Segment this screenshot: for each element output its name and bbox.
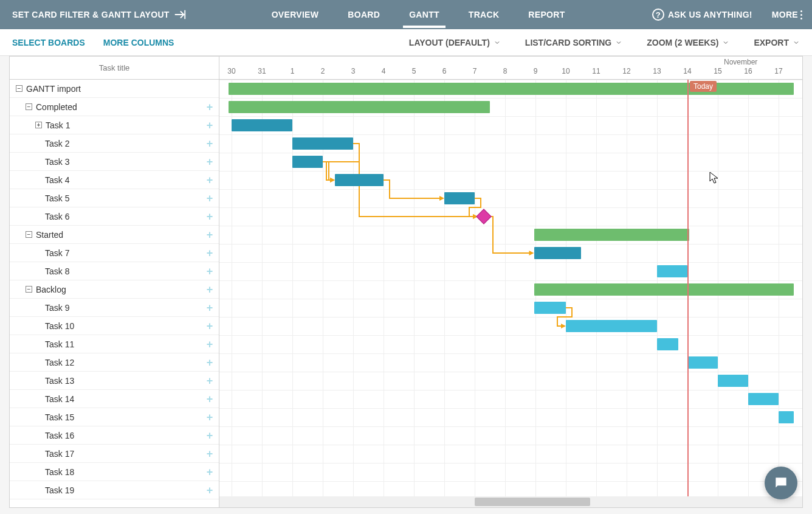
add-task-button[interactable]: + [204, 229, 215, 240]
gantt-task-bar[interactable] [657, 265, 687, 277]
task-label: Started [36, 230, 63, 240]
task-row[interactable]: −Backlog+ [10, 280, 219, 299]
gantt-task-bar[interactable] [335, 174, 384, 186]
add-task-button[interactable]: + [204, 102, 215, 113]
day-header: 3 [338, 67, 368, 75]
task-row[interactable]: Task 2+ [10, 134, 219, 153]
gantt-grid[interactable]: Today [219, 80, 802, 496]
collapse-icon[interactable]: − [16, 85, 22, 92]
add-task-button[interactable]: + [204, 284, 215, 295]
task-row[interactable]: Task 16+ [10, 426, 219, 445]
gantt-milestone[interactable] [476, 209, 491, 224]
task-row[interactable]: Task 12+ [10, 353, 219, 372]
gantt-task-bar[interactable] [687, 356, 718, 369]
add-task-button[interactable]: + [204, 467, 215, 478]
gantt-task-bar[interactable] [657, 338, 678, 350]
day-header: 17 [763, 67, 794, 75]
gantt-task-bar[interactable] [748, 393, 779, 405]
gantt-task-bar[interactable] [292, 137, 353, 150]
timeline-pane[interactable]: November 30311234567891011121314151617 T… [219, 57, 802, 507]
gantt-task-bar[interactable] [779, 411, 794, 423]
task-row[interactable]: Task 8+ [10, 262, 219, 280]
day-header: 30 [219, 67, 247, 75]
tab-overview[interactable]: OVERVIEW [272, 1, 319, 28]
collapse-icon[interactable]: − [26, 286, 32, 293]
gantt-task-bar[interactable] [444, 192, 475, 204]
task-row[interactable]: Task 14+ [10, 390, 219, 408]
gantt-task-bar[interactable] [534, 302, 566, 314]
tab-gantt[interactable]: GANTT [409, 1, 439, 28]
gantt-task-bar[interactable] [232, 119, 292, 131]
add-task-button[interactable]: + [204, 175, 215, 186]
layout-dropdown[interactable]: LAYOUT (DEFAULT) [409, 38, 501, 47]
gantt-task-bar[interactable] [292, 156, 323, 168]
scrollbar-thumb[interactable] [475, 498, 590, 506]
more-menu-button[interactable]: MORE [762, 10, 812, 19]
add-task-button[interactable]: + [204, 211, 215, 222]
add-task-button[interactable]: + [204, 138, 215, 149]
task-row[interactable]: −Completed+ [10, 98, 219, 116]
task-row[interactable]: Task 18+ [10, 463, 219, 481]
chat-widget-button[interactable] [765, 467, 797, 499]
task-row[interactable]: −GANTT import [10, 80, 219, 98]
gantt-group-bar[interactable] [534, 229, 689, 241]
add-task-button[interactable]: + [204, 193, 215, 204]
gantt-group-bar[interactable] [534, 283, 794, 296]
add-task-button[interactable]: + [204, 357, 215, 368]
add-task-button[interactable]: + [204, 339, 215, 350]
task-row[interactable]: −Started+ [10, 226, 219, 244]
add-task-button[interactable]: + [204, 248, 215, 259]
gantt-task-bar[interactable] [534, 247, 582, 259]
horizontal-scrollbar[interactable] [219, 496, 802, 507]
collapse-icon[interactable]: − [26, 103, 32, 110]
task-row[interactable]: Task 4+ [10, 171, 219, 189]
zoom-dropdown[interactable]: ZOOM (2 WEEKS) [647, 38, 729, 47]
task-row[interactable]: Task 5+ [10, 189, 219, 207]
task-row[interactable]: Task 19+ [10, 481, 219, 499]
export-dropdown[interactable]: EXPORT [754, 38, 800, 47]
tab-track[interactable]: TRACK [469, 1, 500, 28]
add-task-button[interactable]: + [204, 430, 215, 441]
day-header: 10 [551, 67, 581, 75]
task-row[interactable]: Task 11+ [10, 335, 219, 353]
ask-us-button[interactable]: ? ASK US ANYTHING! [642, 9, 762, 21]
add-task-button[interactable]: + [204, 266, 215, 277]
tab-board[interactable]: BOARD [348, 1, 380, 28]
task-row[interactable]: Task 6+ [10, 207, 219, 226]
collapse-icon[interactable]: − [26, 231, 32, 238]
task-row[interactable]: Task 15+ [10, 408, 219, 426]
task-label: Task 6 [45, 212, 69, 221]
task-row[interactable]: Task 7+ [10, 244, 219, 262]
expand-icon[interactable]: + [35, 122, 42, 128]
timeline-header: November 30311234567891011121314151617 [219, 57, 802, 80]
set-filter-button[interactable]: SET CARD FILTER & GANTT LAYOUT [0, 8, 199, 21]
tab-report[interactable]: REPORT [528, 1, 565, 28]
task-row[interactable]: Task 13+ [10, 372, 219, 390]
day-header: 4 [368, 67, 399, 75]
sorting-dropdown[interactable]: LIST/CARD SORTING [525, 38, 622, 47]
add-task-button[interactable]: + [204, 156, 215, 167]
task-row[interactable]: Task 17+ [10, 445, 219, 463]
add-task-button[interactable]: + [204, 394, 215, 405]
task-label: Task 10 [45, 321, 74, 331]
add-task-button[interactable]: + [204, 321, 215, 332]
task-row[interactable]: Task 3+ [10, 153, 219, 171]
add-task-button[interactable]: + [204, 375, 215, 386]
gantt-task-bar[interactable] [566, 320, 657, 332]
add-task-button[interactable]: + [204, 448, 215, 459]
gantt-group-bar[interactable] [229, 101, 490, 113]
add-task-button[interactable]: + [204, 120, 215, 131]
gantt-task-bar[interactable] [718, 375, 748, 387]
day-header: 16 [733, 67, 763, 75]
add-task-button[interactable]: + [204, 412, 215, 423]
tab-label: GANTT [409, 10, 439, 19]
task-row[interactable]: Task 10+ [10, 317, 219, 335]
add-task-button[interactable]: + [204, 302, 215, 313]
add-task-button[interactable]: + [204, 485, 215, 496]
task-row[interactable]: Task 9+ [10, 299, 219, 317]
more-columns-button[interactable]: MORE COLUMNS [103, 38, 174, 47]
task-row[interactable]: +Task 1+ [10, 116, 219, 134]
set-filter-label: SET CARD FILTER & GANTT LAYOUT [12, 10, 170, 19]
task-list-header: Task title [10, 57, 219, 80]
select-boards-button[interactable]: SELECT BOARDS [12, 38, 85, 47]
